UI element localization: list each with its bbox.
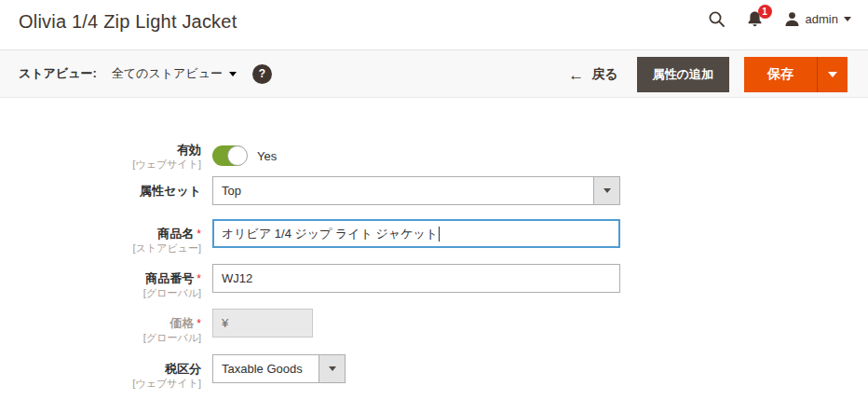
field-label-sku: 商品番号* [グローバル]: [19, 264, 212, 300]
product-name-value: オリビア 1/4 ジップ ライト ジャケット: [222, 226, 438, 242]
notification-count-badge: 1: [758, 5, 772, 19]
enable-toggle[interactable]: [212, 145, 247, 166]
enable-control: Yes: [212, 140, 277, 172]
admin-username: admin: [806, 12, 838, 26]
store-view-selector[interactable]: 全てのストアビュー: [112, 65, 237, 82]
save-options-toggle[interactable]: [817, 57, 848, 92]
text-cursor: [439, 227, 440, 241]
field-label-tax-class: 税区分 [ウェブサイト]: [19, 354, 212, 391]
field-row-enable: 有効 [ウェブサイト] Yes: [19, 140, 277, 172]
store-view-current: 全てのストアビュー: [112, 65, 223, 82]
search-icon[interactable]: [708, 10, 726, 28]
price-scope-label: [グローバル]: [19, 331, 201, 345]
field-row-price: 価格* [グローバル] ¥: [19, 309, 313, 345]
admin-account-menu[interactable]: admin: [784, 11, 851, 27]
chevron-down-icon: [329, 366, 336, 371]
chevron-down-icon: [604, 188, 611, 193]
field-label-attribute-set: 属性セット: [19, 176, 212, 205]
price-input: ¥: [212, 309, 313, 338]
enable-toggle-value: Yes: [257, 149, 277, 163]
chevron-down-icon: [229, 72, 237, 76]
store-view-switcher: ストアビュー: 全てのストアビュー ?: [19, 50, 272, 97]
save-split-button: 保存: [744, 57, 848, 92]
field-row-sku: 商品番号* [グローバル] WJ12: [19, 264, 620, 300]
chevron-down-icon: [828, 72, 837, 77]
field-label-product-name: 商品名* [ストアビュー]: [19, 219, 212, 255]
field-label-enable: 有効 [ウェブサイト]: [19, 140, 212, 172]
price-currency-symbol: ¥: [222, 316, 228, 330]
page-actions-toolbar: ストアビュー: 全てのストアビュー ? ← 戻る 属性の追加 保存: [0, 49, 868, 98]
select-dropdown-button[interactable]: [593, 177, 619, 204]
add-attribute-button[interactable]: 属性の追加: [637, 57, 729, 92]
save-button[interactable]: 保存: [744, 57, 817, 92]
product-edit-page: Olivia 1/4 Zip Light Jacket 1: [0, 0, 868, 400]
page-header: Olivia 1/4 Zip Light Jacket 1: [0, 0, 868, 49]
back-button[interactable]: ← 戻る: [568, 66, 617, 83]
sku-value: WJ12: [222, 271, 252, 285]
attribute-set-label: 属性セット: [19, 184, 201, 199]
product-name-input[interactable]: オリビア 1/4 ジップ ライト ジャケット: [212, 219, 620, 248]
help-icon[interactable]: ?: [252, 64, 272, 84]
chevron-down-icon: [844, 17, 851, 21]
sku-input[interactable]: WJ12: [212, 264, 620, 293]
required-asterisk: *: [197, 317, 201, 330]
back-arrow-icon: ←: [568, 67, 584, 83]
tax-class-select[interactable]: Taxable Goods: [212, 354, 346, 383]
sku-label: 商品番号*: [19, 271, 201, 286]
required-asterisk: *: [197, 272, 201, 285]
field-row-tax-class: 税区分 [ウェブサイト] Taxable Goods: [19, 354, 346, 391]
notifications-bell-icon[interactable]: 1: [746, 10, 764, 28]
store-view-label: ストアビュー:: [19, 65, 97, 82]
user-avatar-icon: [784, 11, 800, 27]
price-label: 価格*: [19, 316, 201, 331]
required-asterisk: *: [197, 228, 201, 241]
toolbar-buttons: ← 戻る 属性の追加 保存: [568, 57, 848, 92]
back-button-label: 戻る: [591, 66, 617, 83]
field-row-product-name: 商品名* [ストアビュー] オリビア 1/4 ジップ ライト ジャケット: [19, 219, 620, 255]
enable-scope-label: [ウェブサイト]: [19, 158, 201, 172]
page-title: Olivia 1/4 Zip Light Jacket: [19, 11, 237, 33]
tax-class-label: 税区分: [19, 362, 201, 377]
tax-class-value: Taxable Goods: [222, 355, 303, 382]
product-name-scope-label: [ストアビュー]: [19, 241, 201, 255]
sku-scope-label: [グローバル]: [19, 286, 201, 300]
field-row-attribute-set: 属性セット Top: [19, 176, 620, 205]
field-label-price: 価格* [グローバル]: [19, 309, 212, 345]
enable-label: 有効: [19, 143, 201, 158]
product-name-label: 商品名*: [19, 227, 201, 241]
tax-class-scope-label: [ウェブサイト]: [19, 377, 201, 391]
toggle-knob: [227, 145, 248, 166]
select-dropdown-button[interactable]: [319, 355, 345, 382]
attribute-set-value: Top: [222, 177, 241, 204]
header-actions: 1 admin: [708, 0, 851, 37]
attribute-set-select[interactable]: Top: [212, 176, 620, 205]
